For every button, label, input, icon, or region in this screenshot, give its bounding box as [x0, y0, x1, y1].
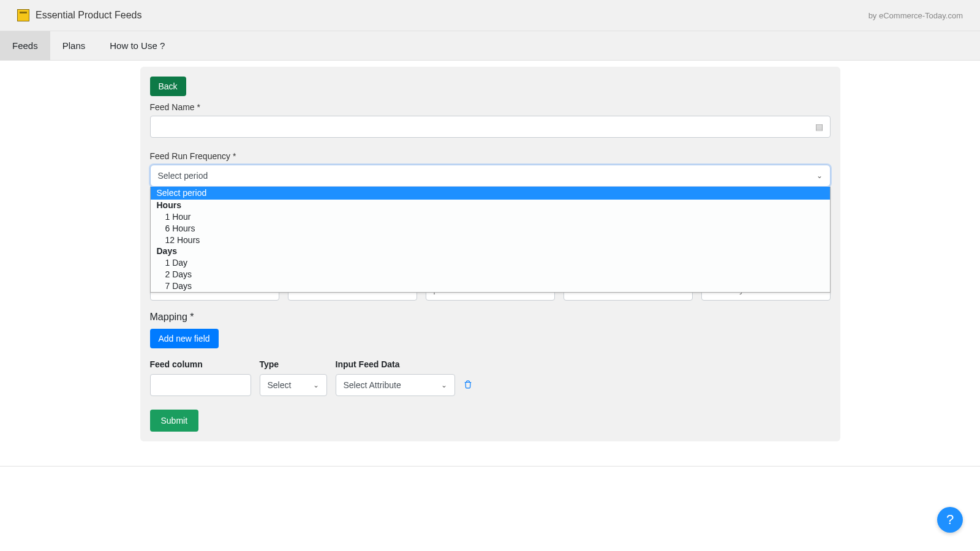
frequency-dropdown: Select period Hours 1 Hour 6 Hours 12 Ho…: [150, 187, 831, 293]
feed-name-label: Feed Name *: [150, 102, 831, 112]
tabs-bar: Feeds Plans How to Use ?: [0, 31, 980, 61]
mapping-header-input-feed-data: Input Feed Data: [336, 359, 455, 369]
frequency-select-wrap: Select period ⌄ Select period Hours 1 Ho…: [150, 165, 831, 187]
dropdown-option-1-hour[interactable]: 1 Hour: [151, 211, 830, 223]
frequency-label: Feed Run Frequency *: [150, 151, 831, 161]
header-byline: by eCommerce-Today.com: [869, 11, 963, 20]
app-title: Essential Product Feeds: [36, 10, 141, 21]
feed-name-input[interactable]: [150, 116, 831, 138]
frequency-select[interactable]: Select period ⌄: [150, 165, 831, 187]
chevron-down-icon: ⌄: [313, 381, 319, 389]
tab-plans[interactable]: Plans: [50, 31, 98, 60]
mapping-feed-column-input[interactable]: [150, 374, 251, 396]
mapping-row: Select ⌄ Select Attribute ⌄: [150, 374, 831, 396]
dropdown-option-7-days[interactable]: 7 Days: [151, 280, 830, 292]
mapping-header-feed-column: Feed column: [150, 359, 251, 369]
header-left: Essential Product Feeds: [17, 9, 141, 21]
mapping-label: Mapping *: [150, 312, 831, 323]
dropdown-group-hours: Hours: [151, 200, 830, 211]
dropdown-option-1-day[interactable]: 1 Day: [151, 257, 830, 269]
dropdown-option-select-period[interactable]: Select period: [151, 187, 830, 200]
tab-feeds[interactable]: Feeds: [0, 31, 50, 60]
dropdown-option-6-hours[interactable]: 6 Hours: [151, 223, 830, 234]
app-icon: [17, 9, 29, 21]
dropdown-group-days: Days: [151, 246, 830, 257]
app-header: Essential Product Feeds by eCommerce-Tod…: [0, 0, 980, 31]
mapping-type-select[interactable]: Select ⌄: [260, 374, 327, 396]
back-button[interactable]: Back: [150, 77, 186, 96]
chevron-down-icon: ⌄: [816, 171, 823, 180]
chevron-down-icon: ⌄: [441, 381, 447, 389]
mapping-header-row: Feed column Type Input Feed Data: [150, 359, 831, 369]
mapping-header-type: Type: [260, 359, 327, 369]
frequency-selected-text: Select period: [158, 171, 208, 181]
add-new-field-button[interactable]: Add new field: [150, 329, 219, 348]
submit-button[interactable]: Submit: [150, 410, 199, 432]
dropdown-option-2-days[interactable]: 2 Days: [151, 269, 830, 280]
dropdown-option-12-hours[interactable]: 12 Hours: [151, 234, 830, 246]
mapping-input-feed-data-select[interactable]: Select Attribute ⌄: [336, 374, 455, 396]
tab-how-to-use[interactable]: How to Use ?: [97, 31, 177, 60]
trash-icon[interactable]: [464, 380, 472, 391]
feed-form-card: Back Feed Name * ▤ Feed Run Frequency * …: [140, 67, 840, 441]
